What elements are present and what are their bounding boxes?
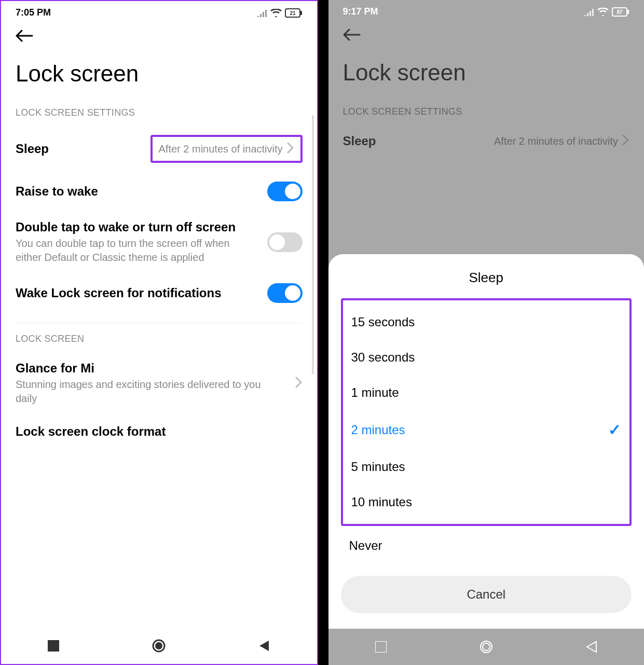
option-1-minute[interactable]: 1 minute — [348, 375, 625, 410]
nav-home-button[interactable] — [143, 639, 174, 653]
scrollbar[interactable] — [312, 115, 314, 375]
page-title: Lock screen — [1, 51, 317, 102]
nav-bar — [1, 628, 317, 664]
sleep-value-highlight: After 2 minutes of inactivity — [150, 135, 303, 163]
signal-icon — [584, 8, 594, 16]
svg-rect-3 — [48, 640, 59, 652]
setting-glance[interactable]: Glance for Mi Stunning images and exciti… — [1, 352, 317, 415]
chevron-right-icon — [622, 134, 629, 148]
doubletap-label: Double tap to wake or turn off screen — [16, 220, 257, 234]
check-icon: ✓ — [608, 421, 621, 439]
phone-right: 9:17 PM 87 Lock screen LOCK SCREEN SETTI… — [328, 0, 645, 665]
svg-point-5 — [155, 642, 162, 649]
option-never[interactable]: Never — [341, 526, 632, 565]
sleep-label: Sleep — [16, 142, 140, 156]
option-list-highlight: 15 seconds 30 seconds 1 minute 2 minutes… — [341, 298, 632, 526]
glance-desc: Stunning images and exciting stories del… — [16, 378, 285, 406]
svg-text:21: 21 — [290, 10, 296, 16]
option-2-minutes[interactable]: 2 minutes✓ — [348, 410, 625, 449]
nav-back-button[interactable] — [249, 640, 280, 652]
nav-recents-button[interactable] — [365, 641, 396, 653]
phone-left: 7:05 PM 21 Lock screen LOCK SCREEN SETTI… — [0, 0, 318, 665]
svg-text:87: 87 — [616, 9, 623, 15]
doubletap-desc: You can double tap to turn the screen of… — [16, 237, 257, 265]
sleep-label: Sleep — [343, 134, 484, 148]
svg-rect-1 — [300, 11, 302, 15]
wifi-icon — [597, 8, 609, 16]
back-button[interactable] — [1, 22, 317, 51]
wifi-icon — [270, 9, 282, 17]
doubletap-toggle[interactable] — [267, 232, 303, 252]
setting-double-tap[interactable]: Double tap to wake or turn off screen Yo… — [1, 211, 317, 274]
wakelock-label: Wake Lock screen for notifications — [16, 286, 257, 300]
chevron-right-icon — [295, 377, 303, 390]
status-icons: 21 — [257, 8, 303, 18]
divider — [16, 323, 303, 323]
page-title: Lock screen — [328, 50, 645, 101]
nav-home-button[interactable] — [471, 640, 502, 654]
setting-raise-to-wake[interactable]: Raise to wake — [1, 172, 317, 211]
sleep-value: After 2 minutes of inactivity — [159, 143, 283, 155]
setting-sleep[interactable]: Sleep After 2 minutes of inactivity — [1, 126, 317, 172]
battery-icon: 21 — [285, 8, 303, 18]
section-header-lockscreen: LOCK SCREEN — [1, 328, 317, 352]
wakelock-toggle[interactable] — [267, 283, 303, 303]
option-15-seconds[interactable]: 15 seconds — [348, 304, 625, 340]
section-header-settings: LOCK SCREEN SETTINGS — [1, 102, 317, 126]
status-icons: 87 — [584, 7, 629, 17]
option-30-seconds[interactable]: 30 seconds — [348, 340, 625, 375]
chevron-right-icon — [287, 142, 294, 156]
sleep-value: After 2 minutes of inactivity — [494, 135, 618, 147]
section-header-settings: LOCK SCREEN SETTINGS — [328, 101, 645, 124]
setting-sleep: Sleep After 2 minutes of inactivity — [328, 124, 645, 158]
battery-icon: 87 — [612, 7, 629, 17]
svg-point-11 — [483, 643, 490, 650]
setting-wake-lock[interactable]: Wake Lock screen for notifications — [1, 274, 317, 312]
nav-recents-button[interactable] — [38, 640, 69, 652]
sleep-sheet: Sleep 15 seconds 30 seconds 1 minute 2 m… — [328, 254, 645, 629]
raise-toggle[interactable] — [267, 182, 303, 201]
option-5-minutes[interactable]: 5 minutes — [348, 449, 625, 484]
raise-label: Raise to wake — [16, 184, 257, 199]
option-10-minutes[interactable]: 10 minutes — [348, 484, 625, 520]
svg-rect-7 — [627, 10, 629, 14]
svg-rect-9 — [375, 641, 387, 653]
status-bar: 9:17 PM 87 — [328, 0, 645, 21]
status-bar: 7:05 PM 21 — [1, 1, 317, 22]
status-time: 9:17 PM — [343, 6, 378, 17]
glance-label: Glance for Mi — [16, 361, 285, 376]
signal-icon — [257, 9, 267, 17]
clockformat-label: Lock screen clock format — [16, 424, 292, 439]
status-time: 7:05 PM — [16, 7, 51, 18]
cancel-button[interactable]: Cancel — [341, 576, 632, 613]
setting-clock-format[interactable]: Lock screen clock format — [1, 415, 317, 448]
sheet-title: Sleep — [341, 270, 632, 286]
nav-bar — [328, 629, 645, 665]
nav-back-button[interactable] — [576, 641, 607, 653]
back-button[interactable] — [328, 21, 645, 50]
